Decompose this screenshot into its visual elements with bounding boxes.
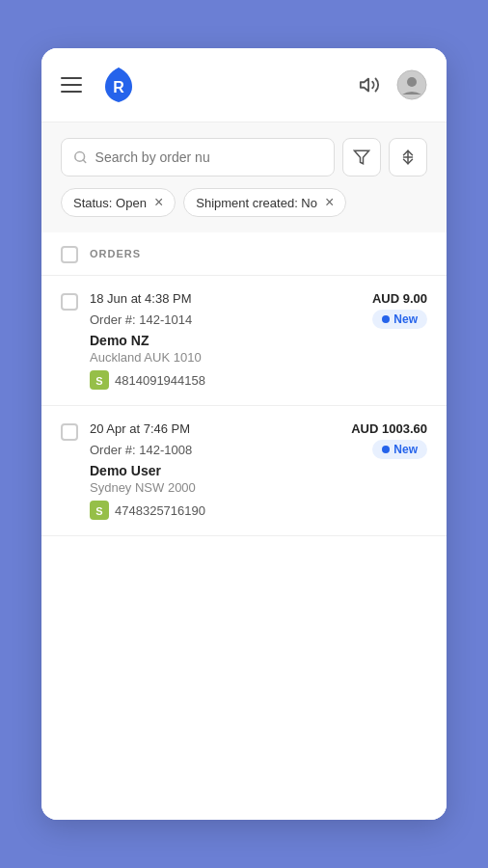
status-badge-1: New — [372, 440, 427, 459]
order-tracking-0: S 4814091944158 — [90, 370, 427, 390]
order-content-1: 20 Apr at 7:46 PM AUD 1003.60 Order #: 1… — [90, 421, 427, 520]
status-badge-0: New — [372, 310, 427, 329]
svg-marker-1 — [361, 79, 368, 92]
svg-text:S: S — [95, 375, 102, 387]
sort-icon — [399, 149, 417, 166]
svg-line-5 — [83, 160, 86, 163]
order-date-1: 20 Apr at 7:46 PM — [90, 421, 190, 436]
orders-list: ORDERS 18 Jun at 4:38 PM AUD 9.00 Order … — [41, 232, 447, 820]
order-content-0: 18 Jun at 4:38 PM AUD 9.00 Order #: 142-… — [90, 291, 427, 390]
search-input-wrap[interactable] — [61, 138, 335, 176]
table-row[interactable]: 18 Jun at 4:38 PM AUD 9.00 Order #: 142-… — [41, 276, 447, 406]
orders-header-label: ORDERS — [90, 248, 141, 259]
search-row — [61, 138, 427, 176]
app-logo: R — [97, 64, 140, 106]
status-label-0: New — [393, 312, 418, 326]
svg-text:S: S — [95, 505, 102, 517]
search-area: Status: Open × Shipment created: No × — [41, 122, 447, 232]
order-address-1: Sydney NSW 2000 — [90, 480, 427, 495]
order-top-row-0: 18 Jun at 4:38 PM AUD 9.00 — [90, 291, 427, 306]
filter-shipment-close[interactable]: × — [325, 195, 334, 210]
order-name-0: Demo NZ — [90, 333, 427, 348]
svg-marker-6 — [355, 150, 369, 164]
order-checkbox-0[interactable] — [61, 293, 78, 311]
order-amount-0: AUD 9.00 — [372, 291, 427, 306]
svg-point-3 — [407, 77, 417, 87]
order-mid-row-1: Order #: 142-1008 New — [90, 440, 427, 459]
filter-icon — [353, 149, 370, 166]
order-number-1: Order #: 142-1008 — [90, 443, 192, 457]
order-name-1: Demo User — [90, 463, 427, 478]
filter-shipment-label: Shipment created: No — [196, 196, 317, 210]
phone-card: R — [41, 48, 447, 820]
order-tracking-1: S 4748325716190 — [90, 501, 427, 520]
filter-chip-shipment[interactable]: Shipment created: No × — [183, 188, 346, 217]
status-dot-0 — [382, 315, 390, 323]
logo-container: R — [97, 64, 354, 106]
header: R — [41, 48, 447, 122]
order-amount-1: AUD 1003.60 — [351, 421, 427, 436]
shopify-icon-0: S — [90, 370, 109, 390]
order-mid-row-0: Order #: 142-1014 New — [90, 310, 427, 329]
order-number-0: Order #: 142-1014 — [90, 312, 192, 327]
filter-status-close[interactable]: × — [154, 195, 163, 210]
orders-header: ORDERS — [41, 232, 447, 276]
tracking-number-1: 4748325716190 — [115, 503, 205, 518]
status-dot-1 — [382, 446, 390, 453]
table-row[interactable]: 20 Apr at 7:46 PM AUD 1003.60 Order #: 1… — [41, 406, 447, 536]
filter-button[interactable] — [342, 138, 381, 176]
tracking-number-0: 4814091944158 — [115, 373, 205, 388]
menu-icon[interactable] — [61, 77, 82, 93]
select-all-checkbox[interactable] — [61, 246, 78, 263]
user-avatar-icon[interactable] — [396, 69, 427, 100]
search-icon — [73, 149, 88, 165]
filter-chip-status[interactable]: Status: Open × — [61, 188, 176, 217]
shopify-icon-1: S — [90, 501, 109, 520]
search-input[interactable] — [95, 149, 322, 165]
order-top-row-1: 20 Apr at 7:46 PM AUD 1003.60 — [90, 421, 427, 436]
order-checkbox-1[interactable] — [61, 423, 78, 441]
order-address-0: Auckland AUK 1010 — [90, 350, 427, 365]
filter-status-label: Status: Open — [73, 196, 147, 210]
svg-text:R: R — [113, 79, 124, 95]
sort-button[interactable] — [389, 138, 427, 176]
header-actions — [354, 69, 427, 100]
status-label-1: New — [393, 443, 418, 456]
megaphone-icon[interactable] — [354, 69, 385, 100]
order-date-0: 18 Jun at 4:38 PM — [90, 291, 192, 306]
filters-row: Status: Open × Shipment created: No × — [61, 188, 427, 217]
